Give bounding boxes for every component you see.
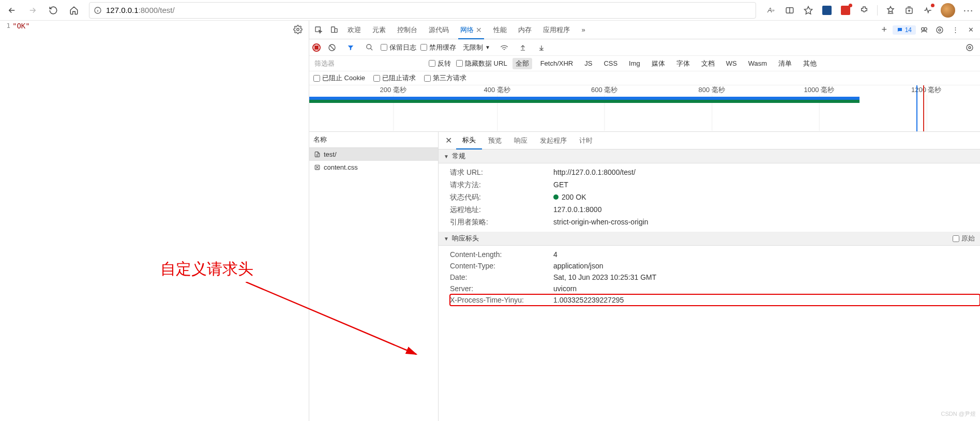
settings-icon[interactable] — [932, 23, 947, 37]
network-settings-icon[interactable] — [962, 40, 977, 55]
request-row[interactable]: content.css — [309, 161, 438, 174]
favorites-list-icon[interactable] — [885, 5, 896, 16]
throttle-select[interactable]: 无限制 ▼ — [460, 41, 493, 54]
address-bar[interactable]: 127.0.0.1:8000/test/ — [89, 2, 756, 19]
type-wasm[interactable]: Wasm — [745, 58, 770, 68]
request-name: test/ — [324, 151, 337, 158]
download-icon[interactable] — [534, 40, 549, 55]
header-value: 1.0033252239227295 — [553, 296, 980, 304]
invert-checkbox[interactable]: 反转 — [429, 59, 451, 68]
disable-cache-checkbox[interactable]: 禁用缓存 — [420, 43, 456, 52]
type-doc[interactable]: 文档 — [698, 58, 718, 69]
type-media[interactable]: 媒体 — [649, 58, 668, 69]
upload-icon[interactable] — [516, 40, 530, 55]
waterfall-overview[interactable]: 200 毫秒 400 毫秒 600 毫秒 800 毫秒 1000 毫秒 1200… — [309, 85, 980, 132]
tab-memory[interactable]: 内存 — [513, 21, 537, 39]
type-fetch[interactable]: Fetch/XHR — [537, 58, 577, 68]
ext-blue-icon[interactable] — [821, 5, 833, 16]
filter-bar: 反转 隐藏数据 URL 全部 Fetch/XHR JS CSS Img 媒体 字… — [309, 56, 980, 71]
more-tabs-icon[interactable]: » — [576, 23, 591, 37]
refresh-button[interactable] — [44, 2, 62, 19]
feedback-icon[interactable] — [917, 23, 931, 37]
detail-tab-preview[interactable]: 预览 — [482, 132, 508, 149]
third-party-checkbox[interactable]: 第三方请求 — [424, 73, 466, 83]
type-img[interactable]: Img — [626, 58, 643, 68]
home-button[interactable] — [65, 2, 83, 19]
type-all[interactable]: 全部 — [512, 58, 532, 69]
type-font[interactable]: 字体 — [673, 58, 693, 69]
network-body: 名称 test/ content.css ✕ 标头 预览 响应 发起程序 计 — [309, 132, 980, 421]
raw-checkbox[interactable]: 原始 — [953, 234, 975, 243]
header-key: 引用者策略: — [450, 218, 553, 227]
section-general[interactable]: ▼常规 — [439, 149, 980, 163]
detail-tab-timing[interactable]: 计时 — [573, 132, 599, 149]
waterfall-marker-blue — [916, 85, 917, 131]
blocked-requests-checkbox[interactable]: 已阻止请求 — [373, 73, 416, 83]
type-ws[interactable]: WS — [723, 58, 740, 68]
back-button[interactable] — [3, 2, 21, 19]
page-settings-icon[interactable] — [293, 25, 303, 34]
preserve-log-checkbox[interactable]: 保留日志 — [381, 43, 416, 52]
avatar[interactable] — [941, 3, 955, 18]
header-value: http://127.0.0.1:8000/test/ — [553, 168, 980, 177]
filter-input[interactable] — [312, 58, 424, 68]
collections-icon[interactable] — [903, 5, 915, 16]
new-tab-icon[interactable]: + — [877, 23, 892, 37]
close-icon[interactable]: ✕ — [476, 26, 482, 34]
waterfall-tick: 800 毫秒 — [699, 85, 725, 95]
wifi-icon[interactable] — [497, 40, 511, 55]
type-other[interactable]: 其他 — [800, 58, 820, 69]
header-key: Date: — [450, 273, 553, 281]
tab-network[interactable]: 网络✕ — [455, 21, 487, 39]
svg-point-13 — [366, 44, 371, 49]
header-row: 请求 URL:http://127.0.0.1:8000/test/ — [450, 167, 980, 179]
record-button[interactable] — [312, 43, 321, 52]
column-name[interactable]: 名称 — [309, 132, 438, 148]
extensions-icon[interactable] — [858, 5, 870, 16]
section-response-headers[interactable]: ▼ 响应标头 原始 — [439, 232, 980, 246]
more-menu-icon[interactable]: ⋯ — [962, 5, 974, 16]
clear-icon[interactable] — [325, 40, 339, 55]
header-row: 远程地址:127.0.0.1:8000 — [450, 204, 980, 216]
dock-menu-icon[interactable]: ⋮ — [948, 23, 962, 37]
favorite-icon[interactable] — [803, 5, 814, 16]
header-value: 4 — [553, 250, 980, 259]
search-icon[interactable] — [362, 40, 376, 55]
ext-pdf-icon[interactable] — [840, 5, 851, 16]
detail-tab-initiator[interactable]: 发起程序 — [534, 132, 573, 149]
header-key: X-Process-Time-Yinyu: — [450, 296, 553, 304]
request-row[interactable]: test/ — [309, 148, 438, 161]
detail-tab-headers[interactable]: 标头 — [456, 132, 482, 149]
inspect-icon[interactable] — [311, 23, 326, 37]
detail-tab-response[interactable]: 响应 — [508, 132, 534, 149]
device-icon[interactable] — [327, 23, 341, 37]
main-split: 1 "OK" 自定义请求头 欢迎 元素 控制台 源代码 网络✕ 性能 内存 应用… — [0, 21, 980, 421]
header-key: 请求方法: — [450, 181, 553, 190]
tab-welcome[interactable]: 欢迎 — [342, 21, 366, 39]
header-row: 引用者策略:strict-origin-when-cross-origin — [450, 216, 980, 229]
close-devtools-icon[interactable]: ✕ — [963, 23, 978, 37]
waterfall-tick: 600 毫秒 — [591, 85, 617, 95]
hide-data-urls-checkbox[interactable]: 隐藏数据 URL — [456, 59, 507, 68]
tab-console[interactable]: 控制台 — [392, 21, 423, 39]
split-screen-icon[interactable] — [784, 5, 795, 16]
blocked-cookies-checkbox[interactable]: 已阻止 Cookie — [313, 73, 365, 83]
filter-icon[interactable] — [343, 40, 358, 55]
tab-performance[interactable]: 性能 — [488, 21, 512, 39]
header-value: GET — [553, 181, 980, 190]
tab-application[interactable]: 应用程序 — [538, 21, 575, 39]
type-js[interactable]: JS — [581, 58, 595, 68]
header-key: Content-Type: — [450, 262, 553, 270]
type-css[interactable]: CSS — [600, 58, 621, 68]
header-row: Date:Sat, 10 Jun 2023 10:25:31 GMT — [450, 272, 980, 283]
document-icon — [313, 151, 321, 158]
tab-elements[interactable]: 元素 — [367, 21, 391, 39]
reader-icon[interactable]: A» — [765, 5, 777, 16]
close-details-icon[interactable]: ✕ — [441, 136, 456, 145]
forward-button[interactable] — [24, 2, 41, 19]
performance-icon[interactable] — [922, 5, 933, 16]
svg-point-15 — [967, 44, 973, 51]
tab-sources[interactable]: 源代码 — [424, 21, 454, 39]
issues-badge[interactable]: 14 — [893, 25, 916, 35]
type-manifest[interactable]: 清单 — [775, 58, 795, 69]
